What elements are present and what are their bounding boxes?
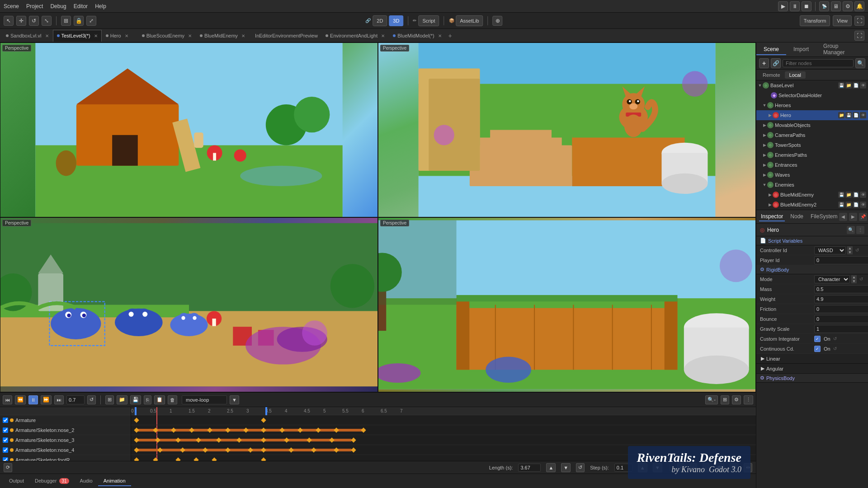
scene-filter-input[interactable]	[783, 59, 854, 67]
inspector-back-icon[interactable]: ◀	[839, 213, 847, 221]
vp-tr-perspective[interactable]: Perspective	[380, 45, 409, 52]
tab-blueScoutEnemy[interactable]: BlueScoutEnemy ✕	[138, 30, 196, 42]
mode-dropdown[interactable]: Character	[814, 275, 850, 283]
rp-tab-group-manager[interactable]: Group Manager	[816, 42, 868, 58]
vis-icon[interactable]: 👁	[860, 192, 866, 198]
filesystem-tab[interactable]: FileSystem	[809, 212, 839, 221]
continuous-cd-checkbox[interactable]: ✓	[814, 346, 821, 352]
track-vis-checkbox[interactable]	[3, 457, 8, 461]
vis-icon[interactable]: 👁	[860, 202, 866, 208]
notification-icon[interactable]: 🔔	[854, 1, 864, 11]
bottom-tab-animation[interactable]: Animation	[98, 476, 131, 486]
gravity-scale-input[interactable]	[814, 325, 868, 333]
mode-2d-button[interactable]: 2D	[373, 15, 387, 26]
move-tool[interactable]: ✛	[16, 16, 26, 26]
bounce-input[interactable]	[814, 315, 868, 323]
rp-tab-import[interactable]: Import	[786, 44, 816, 55]
viewport-top-right[interactable]: Perspective	[378, 42, 756, 217]
close-tab-icon[interactable]: ✕	[188, 33, 192, 38]
scale-tool[interactable]: ⤡	[42, 16, 52, 26]
close-tab-icon[interactable]: ✕	[381, 33, 385, 38]
bottom-tab-audio[interactable]: Audio	[75, 476, 98, 486]
tl-step-spin-down[interactable]: ▼	[653, 463, 662, 472]
tree-item-bluemidenemy[interactable]: ▶ ◎ BlueMidEnemy 💾 📁 📄 👁	[756, 190, 868, 200]
bottom-tab-output[interactable]: Output	[4, 476, 29, 486]
track-vis-checkbox[interactable]	[3, 418, 8, 423]
save-scene-icon[interactable]: 💾	[838, 82, 844, 89]
tl-folder-icon[interactable]: 📁	[117, 395, 127, 404]
inspector-search-icon[interactable]: 🔍	[847, 226, 855, 234]
tree-item-towerspots[interactable]: ▶ ○ TowerSpots	[756, 140, 868, 150]
track-vis-checkbox[interactable]	[3, 447, 8, 453]
keyframe[interactable]	[134, 457, 139, 461]
settings-icon[interactable]: ⚙	[843, 1, 853, 11]
keyframe[interactable]	[153, 457, 158, 461]
remote-btn[interactable]: Remote	[758, 71, 785, 79]
tl-snap-icon[interactable]: ⊞	[721, 395, 729, 404]
reset-icon[interactable]: ↺	[854, 247, 860, 253]
save-icon[interactable]: 💾	[845, 112, 852, 118]
menu-debug[interactable]: Debug	[50, 3, 66, 9]
load-icon[interactable]: 📁	[838, 112, 844, 118]
load-icon[interactable]: 📁	[845, 192, 852, 198]
menu-project[interactable]: Project	[26, 3, 43, 9]
tab-sandboxlvl[interactable]: SandboxLvl.vl ✕	[2, 30, 53, 42]
stop-button[interactable]: ⏹	[802, 1, 811, 11]
vp-tl-perspective[interactable]: Perspective	[2, 45, 31, 52]
track-vis-checkbox[interactable]	[3, 437, 8, 443]
script-icon[interactable]: 📄	[853, 112, 859, 118]
keyframe[interactable]	[212, 457, 217, 461]
maximize-viewport-icon[interactable]: ⛶	[854, 31, 864, 41]
tl-time-display[interactable]: 0.7	[66, 395, 85, 404]
pause-button[interactable]: ⏸	[790, 1, 800, 11]
track-label-nose2[interactable]: Armature/Skeleton:nose_2	[0, 425, 131, 435]
track-label-nose4[interactable]: Armature/Skeleton:nose_4	[0, 445, 131, 455]
tl-spin-up[interactable]: ▲	[546, 463, 556, 472]
tl-settings-icon[interactable]: ⚙	[732, 395, 741, 404]
menu-scene[interactable]: Scene	[4, 3, 19, 9]
tree-item-heroes[interactable]: ▼ ○ Heroes	[756, 100, 868, 110]
tree-item-baselevel[interactable]: ▼ ○ BaseLevel 💾 📁 📄 👁	[756, 80, 868, 90]
screen-icon[interactable]: 🖥	[831, 1, 841, 11]
tl-add-key[interactable]: +	[677, 463, 684, 472]
vis-icon[interactable]: 👁	[860, 112, 866, 118]
spin-down[interactable]: ▼	[851, 279, 857, 283]
script-variables-section[interactable]: 📄 Script Variables	[756, 236, 868, 245]
keyframe[interactable]	[175, 457, 180, 461]
spin-up[interactable]: ▲	[847, 246, 853, 250]
tl-save-icon[interactable]: 💾	[130, 395, 141, 404]
node-tab[interactable]: Node	[788, 212, 805, 221]
track-label-nose3[interactable]: Armature/Skeleton:nose_3	[0, 435, 131, 445]
script-icon[interactable]: 📄	[853, 202, 859, 208]
keyframe[interactable]	[261, 418, 266, 422]
rotate-tool[interactable]: ↺	[29, 16, 39, 26]
reset-icon[interactable]: ↺	[832, 346, 838, 352]
close-tab-icon[interactable]: ✕	[94, 33, 98, 38]
mode-script-button[interactable]: Script	[418, 15, 439, 26]
tl-step-forward[interactable]: ⏩	[41, 395, 52, 404]
keyframe[interactable]	[134, 418, 139, 422]
visibility-icon[interactable]: 👁	[860, 82, 866, 89]
transform-button[interactable]: Transform	[800, 15, 830, 26]
rp-tab-scene[interactable]: Scene	[756, 44, 786, 55]
tree-item-selectordataholder[interactable]: ◆ SelectorDataHolder	[756, 90, 868, 100]
play-button[interactable]: ▶	[778, 1, 788, 11]
tl-copy-icon[interactable]: ⎘	[144, 395, 151, 404]
viewport-top-left[interactable]: Perspective	[0, 42, 378, 217]
close-tab-icon[interactable]: ✕	[45, 33, 49, 38]
vp-br-perspective[interactable]: Perspective	[380, 220, 409, 226]
tl-anim-dropdown[interactable]: ▼	[230, 395, 239, 404]
mode-3d-button[interactable]: 3D	[389, 15, 403, 26]
tab-blueMidModel[interactable]: BlueMidModel(*) ✕	[389, 30, 445, 42]
bottom-tab-debugger[interactable]: Debugger 31	[29, 476, 75, 486]
tree-item-camerapaths[interactable]: ▶ ○ CameraPaths	[756, 130, 868, 140]
tl-delete-icon[interactable]: 🗑	[168, 395, 177, 404]
viewport-bottom-right[interactable]: Perspective	[378, 217, 756, 392]
tl-zoom-out[interactable]: 🔍-	[705, 395, 718, 404]
script-icon[interactable]: 📄	[853, 82, 859, 89]
tl-rewind[interactable]: ⏮	[3, 395, 12, 404]
tl-add-track[interactable]: ⊞	[105, 395, 114, 404]
tl-more-icon[interactable]: ⋮	[744, 395, 753, 404]
tl-step-spin-up[interactable]: ▲	[638, 463, 647, 472]
keyframe[interactable]	[261, 457, 266, 461]
